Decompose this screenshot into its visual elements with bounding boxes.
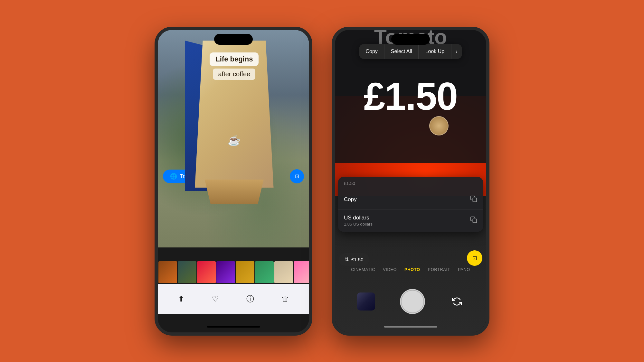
context-copy-item[interactable]: Copy [338, 190, 483, 209]
left-phone: Life begins after coffee ☕ 🌐 Translate [155, 27, 312, 336]
convert-icon [470, 216, 477, 225]
photo-background: Life begins after coffee ☕ 🌐 Translate [158, 30, 309, 248]
right-phone: £1.50 Tomato Copy Select All [332, 27, 489, 336]
context-menu: £1.50 Copy [338, 177, 483, 232]
home-indicator-left [207, 326, 260, 328]
sign-line1: Life begins [215, 55, 253, 63]
left-phone-screen: Life begins after coffee ☕ 🌐 Translate [158, 30, 309, 332]
live-text-button-left[interactable]: ⊡ [290, 169, 304, 183]
select-all-menu-item[interactable]: Select All [384, 44, 419, 59]
info-button[interactable]: ⓘ [246, 294, 254, 304]
share-button[interactable]: ⬆ [178, 294, 185, 303]
sign-line2: after coffee [213, 69, 255, 80]
context-convert-label: US dollars 1.85 US dollars [344, 215, 373, 227]
photo-thumb-1[interactable] [158, 261, 177, 283]
context-menu-overlay: £1.50 Copy [335, 196, 486, 332]
photo-actions-bar: ⬆ ♡ ⓘ 🗑 [158, 284, 309, 314]
dynamic-island-left [214, 34, 253, 45]
copy-icon [470, 195, 477, 204]
context-convert-item[interactable]: US dollars 1.85 US dollars [338, 209, 483, 232]
dynamic-island-right [391, 34, 430, 45]
sign-text-box-1: Life begins [210, 52, 259, 66]
coffee-icon: ☕ [228, 134, 241, 146]
svg-rect-1 [473, 219, 477, 223]
context-menu-header: £1.50 [338, 177, 483, 190]
photo-thumb-6[interactable] [255, 261, 274, 283]
phones-container: Life begins after coffee ☕ 🌐 Translate [0, 0, 644, 362]
magnifier-handle [429, 116, 449, 135]
svg-rect-0 [473, 198, 477, 202]
photo-thumb-3[interactable] [197, 261, 216, 283]
copy-menu-item[interactable]: Copy [359, 44, 384, 59]
translate-icon: 🌐 [170, 173, 177, 180]
photo-thumb-2[interactable] [178, 261, 196, 283]
look-up-menu-item[interactable]: Look Up [419, 44, 451, 59]
price-display: £1.50 [364, 77, 457, 116]
heart-button[interactable]: ♡ [212, 294, 219, 303]
aframe-sign: Life begins after coffee ☕ [185, 41, 284, 204]
text-selection-menu: Copy Select All Look Up › [359, 44, 462, 59]
photo-thumb-7[interactable] [274, 261, 293, 283]
photo-thumb-5[interactable] [236, 261, 254, 283]
right-phone-screen: £1.50 Tomato Copy Select All [335, 30, 486, 332]
photo-strip [158, 261, 309, 284]
context-copy-label: Copy [344, 196, 357, 203]
photo-thumb-4[interactable] [216, 261, 235, 283]
photo-thumb-8[interactable] [294, 261, 309, 283]
delete-button[interactable]: 🗑 [281, 294, 289, 303]
live-text-icon-left: ⊡ [295, 173, 299, 179]
menu-arrow[interactable]: › [451, 44, 462, 59]
